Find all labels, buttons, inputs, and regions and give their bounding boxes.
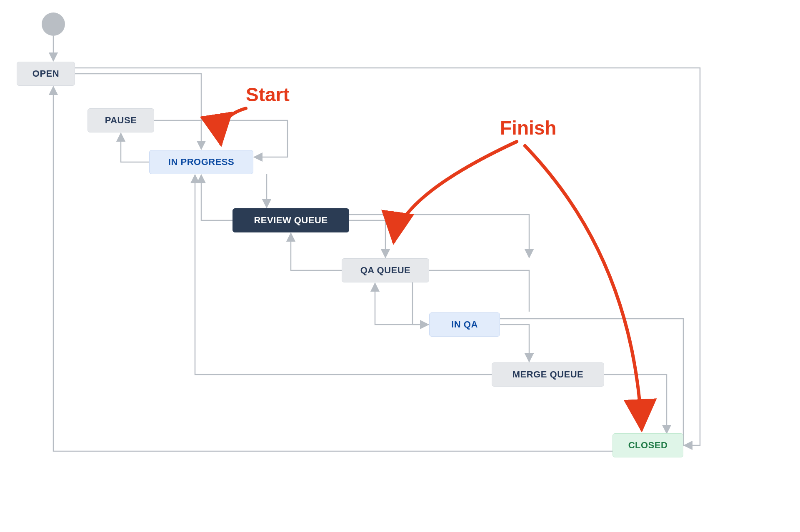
node-label: MERGE QUEUE — [512, 369, 584, 380]
node-label: OPEN — [32, 68, 59, 79]
edge-closed-open — [53, 87, 612, 451]
node-in-progress: IN PROGRESS — [149, 150, 253, 174]
edge-inqa-mergequeue — [500, 325, 529, 362]
edge-mergequeue-closed — [604, 375, 667, 433]
annotation-arrow-start — [220, 108, 246, 144]
initial-state-dot — [42, 12, 65, 36]
annotation-arrow-finish-to-closed — [525, 146, 642, 429]
node-pause: PAUSE — [88, 108, 154, 132]
annotation-start-text: Start — [246, 84, 290, 105]
workflow-diagram: OPEN PAUSE IN PROGRESS REVIEW QUEUE QA Q… — [0, 0, 800, 532]
node-label: QA QUEUE — [360, 265, 411, 276]
edge-qaqueue-right-bus — [429, 270, 529, 312]
node-label: REVIEW QUEUE — [254, 215, 328, 226]
annotation-finish-text: Finish — [500, 117, 556, 139]
edge-inprogress-pause — [121, 133, 149, 162]
node-merge-queue: MERGE QUEUE — [492, 362, 604, 387]
edge-qaqueue-inqa — [412, 282, 428, 325]
edge-review-qaqueue — [349, 220, 385, 257]
node-closed: CLOSED — [612, 433, 683, 457]
annotation-finish: Finish — [500, 117, 556, 139]
node-in-qa: IN QA — [429, 312, 500, 337]
edge-review-right-bus — [349, 215, 529, 257]
node-qa-queue: QA QUEUE — [342, 258, 429, 282]
edge-review-inprogress — [201, 175, 232, 220]
edge-open-closed — [75, 68, 700, 445]
edge-inqa-qaqueue — [375, 283, 429, 325]
node-review-queue: REVIEW QUEUE — [232, 208, 349, 232]
node-open: OPEN — [17, 62, 75, 86]
annotation-start: Start — [246, 83, 290, 106]
node-label: IN PROGRESS — [168, 157, 234, 167]
node-label: CLOSED — [628, 440, 668, 451]
annotation-arrow-finish-to-qa — [394, 142, 517, 242]
edge-qaqueue-review — [291, 233, 342, 270]
node-label: PAUSE — [105, 115, 137, 126]
node-label: IN QA — [451, 319, 478, 330]
